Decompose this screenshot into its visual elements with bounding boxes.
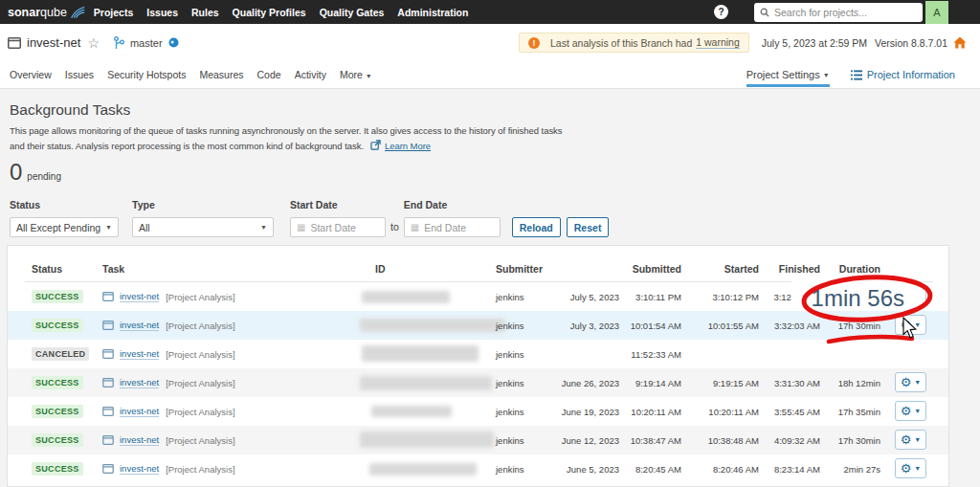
col-submitted: Submitted — [633, 263, 681, 275]
table-header: Status Task ID Submitter Submitted Start… — [8, 246, 948, 282]
finished-cell: 3:32:03 AM — [774, 321, 820, 331]
tab-overview[interactable]: Overview — [10, 69, 52, 80]
project-header: invest-net ☆ master ! Last analysis of t… — [0, 24, 980, 61]
warning-banner: ! Last analysis of this Branch had 1 war… — [519, 33, 749, 53]
main-content: Background Tasks This page allows monito… — [0, 89, 980, 487]
nav-projects[interactable]: Projects — [94, 7, 133, 18]
col-submitter: Submitter — [496, 263, 543, 275]
task-project-link[interactable]: invest-net — [120, 348, 159, 360]
submitter-cell: jenkins — [496, 292, 524, 302]
project-icon — [102, 349, 114, 359]
project-icon — [102, 435, 114, 445]
search-placeholder: Search for projects... — [774, 7, 867, 18]
submitted-cell: 8:20:45 AM — [635, 464, 681, 475]
submitted-cell: 3:10:11 PM — [635, 292, 681, 302]
task-type: [Project Analysis] — [166, 321, 234, 331]
date-range-to-label: to — [390, 221, 399, 232]
project-icon — [102, 464, 114, 474]
tab-issues[interactable]: Issues — [65, 69, 94, 80]
submitter-cell: jenkins — [496, 464, 524, 475]
tab-security-hotspots[interactable]: Security Hotspots — [107, 69, 186, 80]
tab-activity[interactable]: Activity — [295, 69, 326, 80]
sonarqube-logo[interactable]: sonarqube — [8, 6, 85, 19]
nav-administration[interactable]: Administration — [397, 7, 468, 18]
tab-more[interactable]: More▼ — [340, 69, 372, 80]
analysis-date: July 5, 2023 at 2:59 PM — [762, 37, 867, 49]
finished-cell: 4:09:32 AM — [774, 435, 820, 446]
project-title[interactable]: invest-net — [27, 35, 80, 50]
top-navbar: sonarqube Projects Issues Rules Quality … — [0, 0, 980, 24]
status-badge: SUCCESS — [32, 319, 83, 332]
warning-link[interactable]: 1 warning — [696, 36, 740, 49]
branch-status-icon — [168, 37, 179, 48]
reload-button[interactable]: Reload — [512, 217, 561, 237]
task-actions-button[interactable]: ⚙▼ — [895, 430, 926, 450]
description-line2: and their status. Analysis report proces… — [10, 141, 364, 151]
date-cell: June 26, 2023 — [562, 378, 619, 388]
help-icon[interactable]: ? — [714, 5, 728, 19]
task-id-redacted — [360, 432, 494, 448]
status-badge: SUCCESS — [32, 376, 83, 389]
version-label: Version 8.8.7.01 — [875, 37, 947, 49]
end-date-input[interactable]: ▦ End Date — [404, 217, 501, 237]
nav-rules[interactable]: Rules — [191, 7, 219, 18]
avatar[interactable]: A — [925, 1, 948, 24]
chevron-down-icon: ▼ — [914, 408, 921, 414]
task-project-link[interactable]: invest-net — [120, 377, 159, 388]
status-badge: SUCCESS — [32, 462, 83, 476]
started-cell: 3:10:12 PM — [712, 292, 759, 302]
status-filter-select[interactable]: All Except Pending▼ — [10, 217, 119, 237]
project-icon — [102, 321, 114, 330]
col-status: Status — [32, 263, 62, 275]
home-icon[interactable] — [953, 36, 967, 49]
status-badge: SUCCESS — [32, 290, 83, 303]
logo-text-light: qube — [40, 6, 67, 19]
nav-quality-gates[interactable]: Quality Gates — [320, 7, 385, 18]
task-type: [Project Analysis] — [166, 292, 234, 302]
tasks-table: Status Task ID Submitter Submitted Start… — [7, 245, 949, 487]
task-id-redacted — [360, 319, 505, 332]
tab-project-settings[interactable]: Project Settings▼ — [746, 61, 830, 89]
search-input[interactable]: Search for projects... — [754, 3, 923, 22]
task-project-link[interactable]: invest-net — [120, 434, 159, 446]
duration-cell: 2min 27s — [843, 464, 880, 475]
task-project-link[interactable]: invest-net — [120, 463, 159, 475]
reset-button[interactable]: Reset — [567, 217, 610, 237]
favorite-star-icon[interactable]: ☆ — [87, 36, 100, 50]
tab-code[interactable]: Code — [257, 69, 281, 80]
task-project-link[interactable]: invest-net — [120, 320, 159, 331]
type-filter-select[interactable]: All▼ — [132, 217, 274, 237]
logo-swoosh-icon — [70, 6, 85, 19]
task-actions-button[interactable]: ⚙▼ — [895, 458, 926, 478]
nav-quality-profiles[interactable]: Quality Profiles — [233, 7, 306, 18]
task-id-redacted — [362, 345, 479, 362]
nav-issues[interactable]: Issues — [146, 7, 178, 18]
external-link-icon — [370, 140, 381, 155]
start-date-input[interactable]: ▦ Start Date — [290, 217, 386, 237]
task-actions-button[interactable]: ⚙▼ — [895, 315, 926, 335]
chevron-down-icon: ▼ — [914, 321, 921, 328]
logo-text-bold: sonar — [8, 6, 40, 19]
project-information-button[interactable]: Project Information — [851, 69, 955, 80]
task-type: [Project Analysis] — [166, 349, 234, 360]
tab-measures[interactable]: Measures — [199, 69, 243, 80]
task-project-link[interactable]: invest-net — [120, 406, 159, 417]
table-row: SUCCESS invest-net [Project Analysis] je… — [8, 282, 948, 311]
pending-count: 0 — [10, 160, 22, 185]
branch-icon — [113, 36, 124, 50]
learn-more-link[interactable]: Learn More — [385, 141, 431, 151]
gear-icon: ⚙ — [901, 319, 912, 331]
task-actions-button[interactable]: ⚙▼ — [895, 401, 926, 421]
date-cell: June 12, 2023 — [562, 435, 619, 446]
page-title: Background Tasks — [10, 101, 970, 119]
calendar-icon: ▦ — [297, 222, 305, 232]
table-row: CANCELED invest-net [Project Analysis] j… — [8, 340, 948, 368]
calendar-icon: ▦ — [411, 222, 419, 232]
table-row: SUCCESS invest-net [Project Analysis] je… — [8, 454, 948, 483]
started-cell: 8:20:46 AM — [713, 464, 759, 475]
task-project-link[interactable]: invest-net — [120, 291, 159, 302]
search-icon — [760, 8, 769, 17]
finished-cell: 3:55:45 AM — [774, 407, 820, 417]
project-icon — [102, 407, 114, 416]
task-actions-button[interactable]: ⚙▼ — [895, 372, 926, 392]
